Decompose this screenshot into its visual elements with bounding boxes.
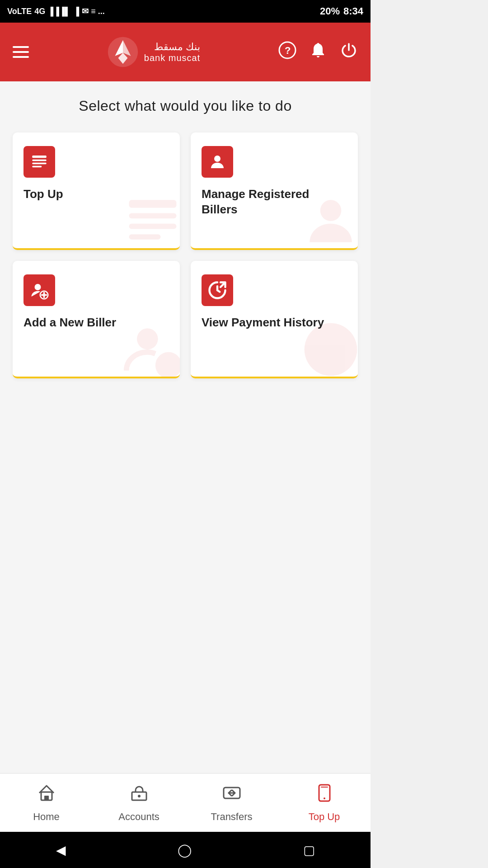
- nav-transfers-label: Transfers: [211, 811, 252, 823]
- nav-home-label: Home: [33, 811, 60, 823]
- recents-button[interactable]: ▢: [303, 843, 315, 858]
- add-biller-watermark: [121, 318, 180, 378]
- help-icon[interactable]: ?: [278, 41, 296, 63]
- bank-muscat-logo-icon: [107, 36, 139, 68]
- battery-icon: ▐: [73, 7, 79, 16]
- nav-transfers[interactable]: Transfers: [185, 783, 278, 823]
- top-up-label: Top Up: [23, 187, 63, 202]
- transfers-icon: [222, 783, 242, 807]
- back-button[interactable]: ◀: [56, 843, 66, 858]
- logo-arabic: بنك مسقط: [144, 41, 200, 53]
- signal-indicator: 4G ▐▐▐▌: [34, 7, 70, 16]
- add-biller-label: Add a New Biller: [23, 315, 116, 330]
- svg-rect-22: [44, 796, 49, 800]
- svg-rect-13: [129, 234, 161, 240]
- status-bar: VoLTE 4G ▐▐▐▌ ▐ ✉ ≡ ... 20% 8:34: [0, 0, 371, 23]
- top-up-card[interactable]: Top Up: [13, 132, 180, 250]
- svg-point-14: [214, 156, 221, 162]
- menu-button[interactable]: [13, 46, 29, 58]
- options-grid: Top Up Manage Registered Billers: [13, 132, 358, 378]
- svg-rect-8: [32, 163, 47, 165]
- nav-accounts-label: Accounts: [118, 811, 160, 823]
- app-header: بنك مسقط bank muscat ?: [0, 23, 371, 81]
- bottom-nav: Home Accounts Transfers: [0, 773, 371, 832]
- bank-logo-text: بنك مسقط bank muscat: [144, 41, 200, 63]
- power-icon[interactable]: [340, 41, 358, 63]
- payment-history-label: View Payment History: [202, 315, 324, 330]
- svg-rect-10: [129, 200, 177, 208]
- manage-billers-card[interactable]: Manage Registered Billers: [191, 132, 358, 250]
- nav-topup[interactable]: Top Up: [278, 783, 371, 823]
- svg-rect-9: [32, 166, 42, 168]
- volte-indicator: VoLTE: [7, 7, 32, 16]
- manage-billers-label: Manage Registered Billers: [202, 187, 347, 217]
- status-right: 20% 8:34: [320, 5, 363, 17]
- svg-rect-11: [129, 213, 177, 219]
- svg-rect-12: [129, 224, 177, 229]
- main-content: Select what would you like to do Top Up: [0, 81, 371, 809]
- svg-point-19: [155, 352, 180, 378]
- svg-rect-27: [321, 787, 328, 788]
- svg-point-28: [324, 797, 325, 799]
- home-icon: [37, 783, 56, 807]
- android-nav-bar: ◀ ◯ ▢: [0, 832, 371, 868]
- top-up-icon: [23, 146, 55, 178]
- notification-icon[interactable]: [309, 41, 327, 63]
- accounts-icon: [129, 783, 149, 807]
- nav-home[interactable]: Home: [0, 783, 93, 823]
- payment-history-icon: [202, 274, 233, 306]
- battery-percent: 20%: [320, 5, 340, 17]
- svg-rect-6: [32, 156, 47, 158]
- bank-logo: بنك مسقط bank muscat: [107, 36, 200, 68]
- add-biller-card[interactable]: Add a New Biller: [13, 261, 180, 378]
- manage-billers-icon: [202, 146, 233, 178]
- home-button[interactable]: ◯: [178, 843, 192, 858]
- svg-point-18: [137, 328, 158, 349]
- header-action-icons: ?: [278, 41, 358, 63]
- svg-point-24: [138, 795, 141, 797]
- time: 8:34: [343, 5, 363, 17]
- add-biller-icon: [23, 274, 55, 306]
- svg-rect-7: [32, 160, 47, 161]
- notification-icons: ✉ ≡ ...: [82, 6, 105, 16]
- svg-point-16: [35, 284, 41, 290]
- status-left: VoLTE 4G ▐▐▐▌ ▐ ✉ ≡ ...: [7, 6, 105, 16]
- top-up-watermark: [121, 189, 180, 250]
- logo-english: bank muscat: [144, 53, 200, 63]
- svg-text:?: ?: [285, 45, 291, 56]
- nav-topup-label: Top Up: [309, 811, 340, 823]
- payment-history-card[interactable]: View Payment History: [191, 261, 358, 378]
- topup-nav-icon: [314, 783, 334, 807]
- nav-accounts[interactable]: Accounts: [93, 783, 185, 823]
- page-title: Select what would you like to do: [13, 98, 358, 114]
